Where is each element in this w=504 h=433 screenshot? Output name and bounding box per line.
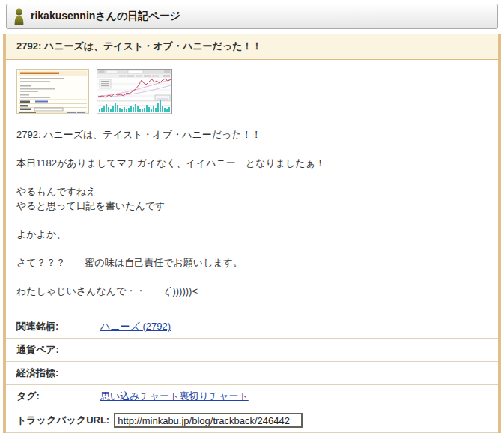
tags-label: タグ:: [16, 390, 100, 403]
entry-paragraph: さて？？？ 蜜の味は自己責任でお願いします。: [16, 255, 488, 270]
tag-link[interactable]: 思い込みチャート裏切りチャート: [100, 390, 249, 403]
entry-paragraph: わたしゃじいさんなんで・・ ζ`))))))<: [16, 284, 488, 298]
entry-line: やると思って日記を書いたんです: [16, 200, 165, 211]
user-person-icon: [13, 7, 25, 25]
meta-row-tags: タグ: 思い込みチャート裏切りチャート: [6, 384, 498, 408]
entry-thumbnails: [16, 60, 488, 118]
entry-paragraph: やるもんですねえやると思って日記を書いたんです: [16, 184, 488, 213]
meta-row-trackback: トラックバックURL:: [6, 408, 498, 432]
related-stock-label: 関連銘柄:: [16, 320, 100, 333]
trackback-url-input[interactable]: [114, 413, 303, 428]
entry-body: 2792: ハニーズは、テイスト・オブ・ハニーだった！！ 本日1182がありまし…: [6, 60, 498, 298]
economic-indicator-label: 経済指標:: [16, 366, 100, 380]
entry-meta-table: 関連銘柄: ハニーズ (2792) 通貨ペア: 経済指標: タグ: 思い込みチャ…: [6, 315, 498, 433]
trackback-url-label: トラックバックURL:: [16, 414, 114, 427]
page-title: rikakusenninさんの日記ページ: [31, 10, 180, 23]
entry-paragraph: よかよか、: [16, 227, 488, 241]
page-header-bar: rikakusenninさんの日記ページ: [6, 4, 498, 29]
entry-line: やるもんですねえ: [16, 186, 96, 197]
stock-chart-preview-thumbnail[interactable]: [97, 69, 172, 118]
meta-row-economic-indicator: 経済指標:: [6, 361, 498, 384]
currency-pair-label: 通貨ペア:: [16, 343, 100, 357]
meta-row-currency-pair: 通貨ペア:: [6, 338, 498, 361]
entry-paragraph: 本日1182がありましてマチガイなく、イイハニー となりましたぁ！: [16, 156, 488, 170]
related-stock-link[interactable]: ハニーズ (2792): [100, 320, 171, 333]
diary-entry-panel: 2792: ハニーズは、テイスト・オブ・ハニーだった！！: [3, 34, 501, 433]
entry-title-bar: 2792: ハニーズは、テイスト・オブ・ハニーだった！！: [6, 34, 498, 60]
diary-page-preview-thumbnail[interactable]: [16, 69, 89, 118]
entry-paragraph: 2792: ハニーズは、テイスト・オブ・ハニーだった！！: [16, 127, 488, 142]
meta-row-related-stock: 関連銘柄: ハニーズ (2792): [6, 315, 498, 338]
